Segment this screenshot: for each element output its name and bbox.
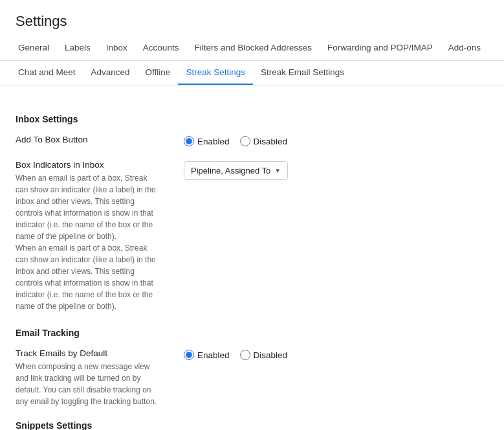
track-emails-desc: When composing a new message view and li… xyxy=(16,361,158,407)
snippets-section: Snippets Settings Snippets autocomplete … xyxy=(16,420,488,430)
snippets-title: Snippets Settings xyxy=(16,420,488,430)
box-indicators-label-col: Box Indicators in Inbox When an email is… xyxy=(16,160,158,312)
add-to-box-name: Add To Box Button xyxy=(16,135,158,144)
box-indicators-control: Pipeline, Assigned To ▼ xyxy=(184,160,288,180)
add-to-box-disabled-text: Disabled xyxy=(254,137,288,146)
tab-forwarding[interactable]: Forwarding and POP/IMAP xyxy=(320,36,441,61)
box-indicators-desc: When an email is part of a box, Streak c… xyxy=(16,172,158,242)
track-emails-enabled-text: Enabled xyxy=(197,350,230,360)
tab-chat[interactable]: Chat and Meet xyxy=(10,61,83,85)
tab-labels[interactable]: Labels xyxy=(57,36,98,61)
track-emails-row: Track Emails by Default When composing a… xyxy=(16,348,488,407)
add-to-box-control: Enabled Disabled xyxy=(184,135,287,146)
box-indicators-description: When an email is part of a box, Streak c… xyxy=(16,242,158,312)
tab-offline[interactable]: Offline xyxy=(138,61,179,85)
track-emails-disabled-radio[interactable] xyxy=(240,350,250,360)
email-tracking-section: Email Tracking Track Emails by Default W… xyxy=(16,328,488,407)
tab-accounts[interactable]: Accounts xyxy=(135,36,187,61)
add-to-box-label-col: Add To Box Button xyxy=(16,135,158,147)
track-emails-disabled-label[interactable]: Disabled xyxy=(240,350,288,360)
add-to-box-enabled-text: Enabled xyxy=(197,137,230,146)
page-title: Settings xyxy=(0,0,504,36)
tabs-row-2: Chat and Meet Advanced Offline Streak Se… xyxy=(0,61,504,85)
inbox-settings-title: Inbox Settings xyxy=(16,114,488,124)
tab-streak-email[interactable]: Streak Email Settings xyxy=(253,61,352,85)
add-to-box-enabled-radio[interactable] xyxy=(184,136,194,146)
box-indicators-name: Box Indicators in Inbox xyxy=(16,160,158,170)
tabs-row-1: General Labels Inbox Accounts Filters an… xyxy=(0,36,504,61)
box-indicators-row: Box Indicators in Inbox When an email is… xyxy=(16,160,488,312)
track-emails-enabled-radio[interactable] xyxy=(184,350,194,360)
add-to-box-enabled-label[interactable]: Enabled xyxy=(184,136,230,146)
track-emails-label-col: Track Emails by Default When composing a… xyxy=(16,348,158,407)
tab-advanced[interactable]: Advanced xyxy=(83,61,138,85)
tab-filters[interactable]: Filters and Blocked Addresses xyxy=(186,36,320,61)
track-emails-name: Track Emails by Default xyxy=(16,348,158,358)
add-to-box-disabled-radio[interactable] xyxy=(240,136,250,146)
main-content: Inbox Settings Add To Box Button Enabled… xyxy=(0,85,504,430)
box-indicators-dropdown-value: Pipeline, Assigned To xyxy=(191,166,270,175)
add-to-box-row: Add To Box Button Enabled Disabled xyxy=(16,135,488,147)
tab-general[interactable]: General xyxy=(10,36,57,61)
tab-inbox[interactable]: Inbox xyxy=(98,36,135,61)
track-emails-enabled-label[interactable]: Enabled xyxy=(184,350,230,360)
inbox-settings-section: Inbox Settings Add To Box Button Enabled… xyxy=(16,114,488,312)
email-tracking-title: Email Tracking xyxy=(16,328,488,338)
add-to-box-disabled-label[interactable]: Disabled xyxy=(240,136,288,146)
tab-addons[interactable]: Add-ons xyxy=(441,36,488,61)
chevron-down-icon: ▼ xyxy=(274,167,281,174)
box-indicators-dropdown[interactable]: Pipeline, Assigned To ▼ xyxy=(184,161,288,180)
tab-streak-settings[interactable]: Streak Settings xyxy=(178,61,253,85)
track-emails-disabled-text: Disabled xyxy=(254,350,288,360)
track-emails-control: Enabled Disabled xyxy=(184,348,287,360)
